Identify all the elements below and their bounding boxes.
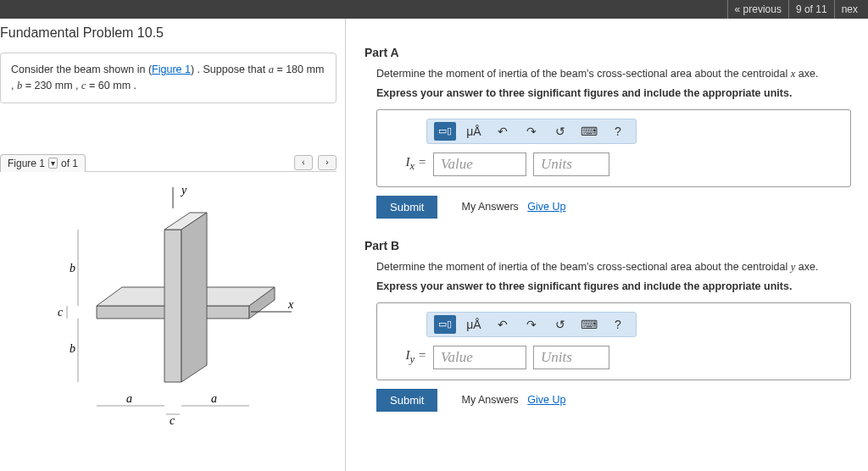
part-b-toolbar: ▭▯ μÅ ↶ ↷ ↺ ⌨ ? — [426, 312, 637, 337]
y-axis-label: y — [180, 184, 187, 197]
figure-header: Figure 1 ▾ of 1 ‹ › — [0, 154, 337, 172]
part-b-submit-row: Submit My Answers Give Up — [376, 389, 856, 412]
figure-link[interactable]: Figure 1 — [152, 64, 191, 75]
svg-text:c: c — [58, 306, 64, 319]
svg-text:c: c — [170, 414, 175, 424]
part-b-value-input[interactable]: Value — [433, 346, 526, 369]
figure-select-icon[interactable]: ▾ — [48, 158, 58, 169]
part-b-answer-box: ▭▯ μÅ ↶ ↷ ↺ ⌨ ? Iy = Value Units — [376, 302, 851, 380]
part-b-desc: Determine the moment of inertia of the b… — [376, 259, 856, 275]
figure-body: y x b b c a a c — [0, 172, 337, 424]
part-a-toolbar: ▭▯ μÅ ↶ ↷ ↺ ⌨ ? — [426, 119, 637, 144]
beam-figure: y x b b c a a c — [37, 179, 300, 424]
part-a-desc: Determine the moment of inertia of the b… — [376, 66, 856, 82]
left-column: Fundamental Problem 10.5 Consider the be… — [0, 19, 346, 471]
problem-description: Consider the beam shown in (Figure 1) . … — [0, 53, 337, 103]
mu-angstrom-button[interactable]: μÅ — [463, 315, 485, 334]
reset-icon[interactable]: ↺ — [549, 315, 571, 334]
redo-icon[interactable]: ↷ — [520, 122, 542, 141]
figure-prev-button[interactable]: ‹ — [294, 155, 313, 170]
my-answers-label: My Answers — [461, 394, 518, 406]
part-a-symbol: Ix = — [389, 155, 426, 173]
part-b-give-up-link[interactable]: Give Up — [527, 394, 565, 406]
next-link[interactable]: nex — [834, 0, 865, 19]
template-icon[interactable]: ▭▯ — [434, 122, 456, 141]
part-b-units-input[interactable]: Units — [533, 346, 609, 369]
redo-icon[interactable]: ↷ — [520, 315, 542, 334]
svg-marker-3 — [164, 230, 181, 382]
top-navbar: « previous 9 of 11 nex — [0, 0, 868, 19]
undo-icon[interactable]: ↶ — [492, 122, 514, 141]
part-b-title: Part B — [364, 239, 856, 252]
x-axis-label: x — [287, 298, 294, 311]
right-column: Part A Determine the moment of inertia o… — [346, 19, 868, 471]
part-a-instruction: Express your answer to three significant… — [376, 87, 856, 99]
help-icon[interactable]: ? — [607, 122, 629, 141]
mu-angstrom-button[interactable]: μÅ — [463, 122, 485, 141]
problem-title: Fundamental Problem 10.5 — [0, 25, 337, 41]
reset-icon[interactable]: ↺ — [549, 122, 571, 141]
svg-marker-5 — [181, 213, 207, 382]
svg-text:a: a — [211, 392, 217, 405]
page-count: 9 of 11 — [788, 0, 834, 19]
previous-link[interactable]: « previous — [727, 0, 788, 19]
keyboard-icon[interactable]: ⌨ — [578, 122, 600, 141]
figure-next-button[interactable]: › — [318, 155, 337, 170]
my-answers-label: My Answers — [461, 201, 518, 213]
svg-text:b: b — [70, 342, 75, 355]
part-b-symbol: Iy = — [389, 348, 426, 366]
template-icon[interactable]: ▭▯ — [434, 315, 456, 334]
part-a-give-up-link[interactable]: Give Up — [527, 201, 565, 213]
part-a-value-input[interactable]: Value — [433, 152, 526, 176]
figure-tab[interactable]: Figure 1 ▾ of 1 — [0, 154, 86, 172]
part-a-submit-row: Submit My Answers Give Up — [376, 196, 856, 219]
part-a-units-input[interactable]: Units — [533, 152, 609, 176]
part-a-title: Part A — [364, 46, 856, 59]
svg-text:b: b — [70, 262, 75, 274]
part-a-submit-button[interactable]: Submit — [376, 196, 437, 219]
keyboard-icon[interactable]: ⌨ — [578, 315, 600, 334]
part-b-instruction: Express your answer to three significant… — [376, 280, 856, 292]
undo-icon[interactable]: ↶ — [492, 315, 514, 334]
help-icon[interactable]: ? — [607, 315, 629, 334]
part-b-submit-button[interactable]: Submit — [376, 389, 437, 412]
svg-text:a: a — [126, 392, 132, 405]
part-a-answer-box: ▭▯ μÅ ↶ ↷ ↺ ⌨ ? Ix = Value Units — [376, 109, 851, 187]
